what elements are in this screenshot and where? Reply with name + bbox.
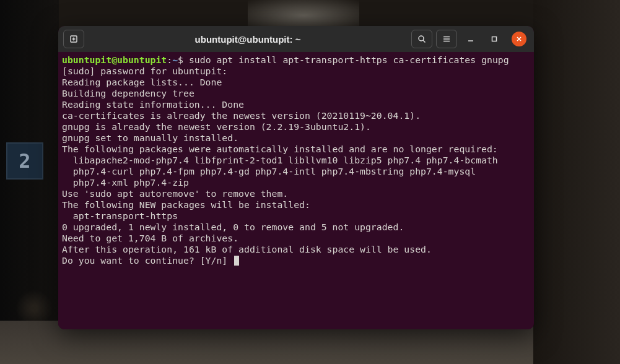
command-text: sudo apt install apt-transport-https ca-…: [183, 54, 509, 65]
svg-point-3: [419, 36, 424, 41]
output-line: Reading package lists... Done: [62, 77, 222, 87]
titlebar: ubuntupit@ubuntupit: ~: [58, 26, 534, 52]
prompt-colon: :: [167, 54, 172, 65]
output-line: gnupg is already the newest version (2.2…: [62, 121, 371, 132]
hamburger-icon: [442, 35, 451, 43]
terminal-body[interactable]: ubuntupit@ubuntupit:~$ sudo apt install …: [58, 52, 534, 329]
maximize-button[interactable]: [484, 30, 504, 48]
close-button[interactable]: [512, 32, 526, 46]
bg-sign: 2: [6, 142, 43, 180]
minimize-button[interactable]: [461, 30, 481, 48]
output-line: After this operation, 161 kB of addition…: [62, 244, 432, 254]
search-icon: [417, 35, 426, 43]
minimize-icon: [467, 35, 474, 43]
output-line: The following packages were automaticall…: [62, 144, 498, 154]
svg-line-4: [423, 40, 426, 43]
terminal-cursor: [234, 256, 239, 266]
svg-rect-9: [492, 37, 497, 41]
terminal-window: ubuntupit@ubuntupit: ~: [58, 26, 534, 329]
output-line: Reading state information... Done: [62, 99, 244, 110]
maximize-icon: [491, 35, 498, 43]
window-title: ubuntupit@ubuntupit: ~: [87, 34, 409, 45]
search-button[interactable]: [411, 30, 432, 48]
output-line: libapache2-mod-php7.4 libfprint-2-tod1 l…: [62, 155, 498, 165]
output-line: Do you want to continue? [Y/n]: [62, 255, 233, 266]
prompt-path: ~: [172, 54, 178, 65]
new-tab-button[interactable]: [63, 30, 84, 48]
output-line: 0 upgraded, 1 newly installed, 0 to remo…: [62, 222, 404, 232]
output-line: gnupg set to manually installed.: [62, 132, 238, 143]
output-line: Need to get 1,704 B of archives.: [62, 233, 238, 243]
output-line: The following NEW packages will be insta…: [62, 199, 310, 210]
bg-column: [580, 31, 601, 328]
titlebar-right: [411, 30, 529, 48]
output-line: ca-certificates is already the newest ve…: [62, 110, 421, 121]
output-line: php7.4-curl php7.4-fpm php7.4-gd php7.4-…: [62, 166, 476, 176]
new-tab-icon: [69, 35, 78, 43]
output-line: php7.4-xml php7.4-zip: [62, 177, 189, 188]
output-line: Building dependency tree: [62, 88, 194, 98]
menu-button[interactable]: [436, 30, 457, 48]
close-icon: [516, 36, 522, 42]
prompt-dollar: $: [178, 54, 183, 65]
output-line: [sudo] password for ubuntupit:: [62, 66, 227, 76]
prompt-user-host: ubuntupit@ubuntupit: [62, 54, 167, 65]
output-line: apt-transport-https: [62, 210, 178, 221]
output-line: Use 'sudo apt autoremove' to remove them…: [62, 188, 288, 199]
